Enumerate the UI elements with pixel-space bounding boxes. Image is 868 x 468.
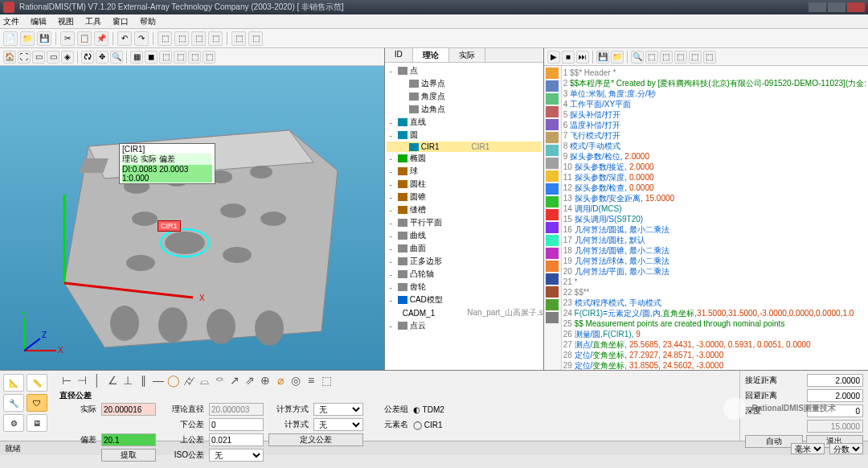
gutter-icon[interactable] — [546, 80, 559, 92]
paste-button[interactable]: 📌 — [94, 31, 108, 46]
gutter-icon[interactable] — [546, 261, 559, 272]
code-line[interactable]: 18 几何算法/圆锥, 最小二乘法 — [563, 245, 866, 256]
retract-input[interactable] — [807, 389, 863, 402]
code-editor[interactable]: 1 $$* Header * 2 $$本程序是* Created by [爱科腾… — [562, 66, 868, 370]
geom-cyl-icon[interactable]: ⌭ — [182, 373, 196, 388]
code-opt3-icon[interactable]: ⬚ — [674, 51, 687, 64]
undo-button[interactable]: ↶ — [117, 31, 132, 46]
tree-item[interactable]: -曲面 — [387, 242, 542, 255]
tool-6[interactable]: ⬚ — [248, 31, 263, 46]
code-line[interactable]: 12 探头参数/检查, 0.0000 — [563, 183, 866, 193]
geom-pos-icon[interactable]: ⊕ — [258, 373, 272, 388]
view-opt4-icon[interactable]: ⬚ — [203, 51, 215, 64]
code-line[interactable]: 21 * — [563, 277, 866, 287]
tree-item[interactable]: 角度点 — [387, 90, 542, 103]
code-line[interactable]: 7 飞行模式/打开 — [563, 130, 866, 141]
view-front-icon[interactable]: ▭ — [47, 51, 59, 64]
view-top-icon[interactable]: ▭ — [32, 51, 45, 64]
gutter-icon[interactable] — [546, 145, 559, 156]
tab-id[interactable]: ID — [385, 48, 413, 62]
viewport-3d[interactable]: X [CIR1] 理论 实际 偏差 DI:0.0083 20.0003 1:0.… — [0, 66, 384, 370]
tree-item[interactable]: -CAD模型 — [387, 294, 542, 306]
gutter-icon[interactable] — [546, 170, 559, 182]
code-line[interactable]: 6 温度补偿/打开 — [563, 120, 866, 130]
actual-input[interactable] — [101, 403, 156, 416]
angle-select[interactable]: 分数 — [829, 443, 863, 454]
tree-item[interactable]: 边角点 — [387, 103, 542, 116]
approach-input[interactable] — [807, 374, 863, 387]
code-line[interactable]: 14 调用/D(MCS) — [563, 203, 866, 214]
code-line[interactable]: 25 $$ Measurement points are created thr… — [563, 318, 866, 329]
palette-btn-6[interactable]: 🖥 — [27, 414, 47, 432]
feature-tree[interactable]: -点边界点角度点边角点-直线-圆CIR1CIR1-椭圆-球-圆柱-圆锥-缝槽-平… — [385, 63, 543, 370]
code-opt1-icon[interactable]: ⬚ — [645, 51, 658, 64]
gutter-icon[interactable] — [546, 235, 559, 246]
tab-theory[interactable]: 理论 — [413, 48, 449, 62]
view-opt3-icon[interactable]: ⬚ — [188, 51, 201, 64]
geom-circle-icon[interactable]: ◯ — [166, 373, 181, 388]
geom-parallel-icon[interactable]: ∥ — [136, 373, 150, 388]
calc2-select[interactable]: 无 — [313, 418, 363, 431]
code-step-icon[interactable]: ⏭ — [576, 51, 589, 64]
units-select[interactable]: 毫米 — [791, 443, 825, 454]
tool-5[interactable]: ⬚ — [231, 31, 246, 46]
tree-item[interactable]: -齿轮 — [387, 281, 542, 294]
palette-btn-5[interactable]: ⚙ — [3, 414, 24, 432]
tree-item[interactable]: CIR1CIR1 — [387, 142, 542, 152]
view-home-icon[interactable]: 🏠 — [3, 51, 16, 64]
maximize-button[interactable] — [828, 2, 845, 12]
code-line[interactable]: 11 探头参数/深度, 0.0000 — [563, 172, 866, 183]
lower-input[interactable] — [209, 418, 264, 431]
code-run-icon[interactable]: ▶ — [547, 51, 560, 64]
save-button[interactable]: 💾 — [37, 31, 51, 46]
extract-button[interactable]: 提取 — [101, 449, 156, 462]
code-save-icon[interactable]: 💾 — [596, 51, 609, 64]
tree-item[interactable]: -曲线 — [387, 229, 542, 242]
code-line[interactable]: 17 几何算法/圆柱, 默认 — [563, 235, 866, 245]
tree-item[interactable]: CADM_1Nan_part_山高展子.stp — [387, 306, 542, 319]
code-line[interactable]: 4 工作平面/XY平面 — [563, 99, 866, 109]
code-line[interactable]: 23 模式/程序模式, 手动模式 — [563, 298, 866, 308]
code-open-icon[interactable]: 📁 — [611, 51, 624, 64]
view-pan-icon[interactable]: ✥ — [96, 51, 108, 64]
gutter-icon[interactable] — [546, 68, 559, 79]
tree-item[interactable]: -椭圆 — [387, 152, 542, 165]
code-line[interactable]: 16 几何算法/圆弧, 最小二乘法 — [563, 224, 866, 235]
gutter-icon[interactable] — [546, 158, 559, 169]
code-line[interactable]: 1 $$* Header * — [563, 68, 866, 78]
code-line[interactable]: 22 $$** — [563, 287, 866, 298]
view-opt1-icon[interactable]: ⬚ — [159, 51, 172, 64]
view-fit-icon[interactable]: ⛶ — [18, 51, 31, 64]
close-button[interactable] — [847, 2, 865, 12]
geom-surf-icon[interactable]: ⌔ — [212, 373, 227, 388]
tree-item[interactable]: -圆柱 — [387, 178, 542, 191]
geom-prof-icon[interactable]: ⌓ — [197, 373, 211, 388]
palette-btn-2[interactable]: 📏 — [27, 374, 47, 392]
gutter-icon[interactable] — [546, 248, 559, 259]
code-line[interactable]: 13 探头参数/安全距离, 15.0000 — [563, 193, 866, 203]
view-opt2-icon[interactable]: ⬚ — [174, 51, 186, 64]
geom-flat-icon[interactable]: — — [151, 373, 166, 388]
tree-item[interactable]: -正多边形 — [387, 255, 542, 268]
view-wire-icon[interactable]: ▦ — [130, 51, 143, 64]
view-zoom-icon[interactable]: 🔍 — [110, 51, 123, 64]
tool-4[interactable]: ⬚ — [208, 31, 223, 46]
iso-select[interactable]: 无 — [209, 449, 264, 462]
geom-line1-icon[interactable]: ⊢ — [59, 373, 74, 388]
gutter-icon[interactable] — [546, 93, 559, 105]
code-line[interactable]: 5 探头补偿/打开 — [563, 109, 866, 120]
tree-item[interactable]: -直线 — [387, 116, 542, 129]
code-line[interactable]: 3 单位:米制, 角度:度.分/秒 — [563, 88, 866, 99]
menu-window[interactable]: 窗口 — [113, 16, 129, 27]
view-iso-icon[interactable]: ◈ — [61, 51, 74, 64]
gutter-icon[interactable] — [546, 222, 559, 233]
geom-total-icon[interactable]: ⇗ — [243, 373, 257, 388]
geom-perp-icon[interactable]: ⊥ — [121, 373, 135, 388]
menu-edit[interactable]: 编辑 — [31, 16, 47, 27]
gutter-icon[interactable] — [546, 209, 559, 220]
code-line[interactable]: 24 F(CIR1)=元素定义/圆,内,直角坐标,31.5000,31.5000… — [563, 308, 866, 318]
view-rotate-icon[interactable]: 🗘 — [81, 51, 94, 64]
new-button[interactable]: 📄 — [3, 31, 18, 46]
define-tol-button[interactable]: 定义公差 — [268, 433, 363, 446]
geom-dia-icon[interactable]: ⌀ — [273, 373, 288, 388]
